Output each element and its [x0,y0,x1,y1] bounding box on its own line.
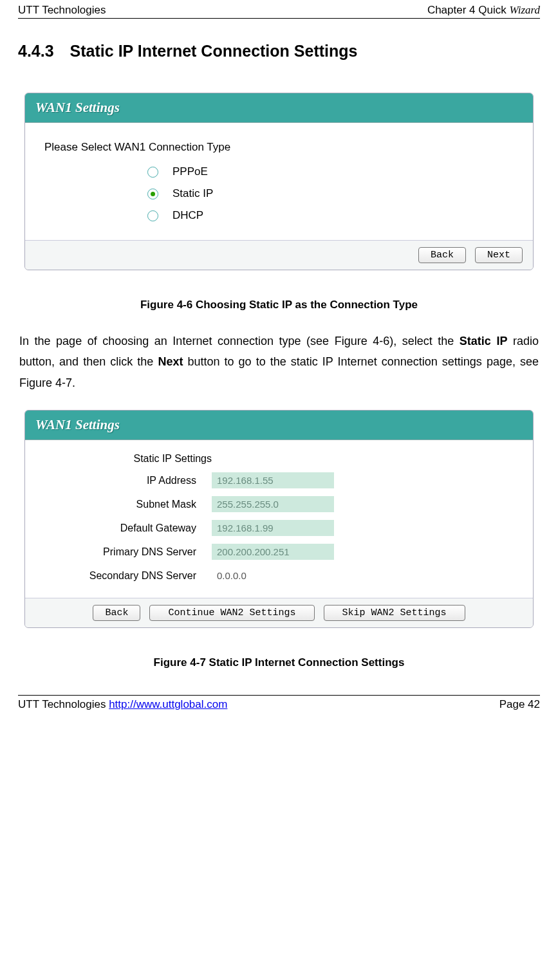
field-label: Default Gateway [44,522,212,534]
continue-wan2-button[interactable]: Continue WAN2 Settings [149,605,314,621]
field-label: IP Address [44,475,212,486]
header-left: UTT Technologies [18,4,106,17]
figure-caption-4-6: Figure 4-6 Choosing Static IP as the Con… [18,299,540,311]
radio-label: PPPoE [172,165,208,178]
radio-row-pppoe[interactable]: PPPoE [147,165,514,178]
field-default-gateway: Default Gateway [44,520,514,536]
subnet-mask-input[interactable] [212,496,334,512]
primary-dns-input[interactable] [212,544,334,560]
secondary-dns-input[interactable] [212,568,334,584]
back-button[interactable]: Back [93,605,140,621]
radio-icon [147,189,158,199]
wan1-connection-type-panel: WAN1 Settings Please Select WAN1 Connect… [24,93,534,270]
next-button[interactable]: Next [475,247,523,263]
panel-footer: Back Next [25,240,533,270]
connection-type-radio-group: PPPoE Static IP DHCP [147,165,514,222]
field-primary-dns: Primary DNS Server [44,544,514,560]
panel-footer: Back Continue WAN2 Settings Skip WAN2 Se… [25,598,533,627]
connection-type-prompt: Please Select WAN1 Connection Type [44,141,514,154]
radio-label: DHCP [172,209,203,222]
wan1-static-ip-panel: WAN1 Settings Static IP Settings IP Addr… [24,410,534,628]
field-label: Subnet Mask [44,499,212,510]
panel-header: WAN1 Settings [25,411,533,440]
radio-icon [147,210,158,221]
field-label: Primary DNS Server [44,546,212,558]
radio-row-dhcp[interactable]: DHCP [147,209,514,222]
back-button[interactable]: Back [418,247,466,263]
section-heading: 4.4.3 Static IP Internet Connection Sett… [18,42,540,60]
radio-label: Static IP [172,187,213,200]
figure-caption-4-7: Figure 4-7 Static IP Internet Connection… [18,656,540,669]
field-ip-address: IP Address [44,472,514,488]
field-label: Secondary DNS Server [44,570,212,582]
footer-left: UTT Technologies http://www.uttglobal.co… [18,698,227,711]
footer-right: Page 42 [499,698,540,711]
radio-row-static-ip[interactable]: Static IP [147,187,514,200]
panel-header: WAN1 Settings [25,93,533,123]
field-subnet-mask: Subnet Mask [44,496,514,512]
footer-link[interactable]: http://www.uttglobal.com [109,698,227,710]
form-heading: Static IP Settings [44,453,212,465]
ip-address-input[interactable] [212,472,334,488]
page-footer: UTT Technologies http://www.uttglobal.co… [18,695,540,716]
panel-title: WAN1 Settings [35,417,120,432]
panel-title: WAN1 Settings [35,100,120,115]
default-gateway-input[interactable] [212,520,334,536]
radio-icon [147,167,158,178]
skip-wan2-button[interactable]: Skip WAN2 Settings [324,605,465,621]
body-paragraph: In the page of choosing an Internet conn… [19,331,539,393]
field-secondary-dns: Secondary DNS Server [44,568,514,584]
page-header: UTT Technologies Chapter 4 Quick Wizard [18,0,540,19]
header-right: Chapter 4 Quick Wizard [427,4,540,17]
